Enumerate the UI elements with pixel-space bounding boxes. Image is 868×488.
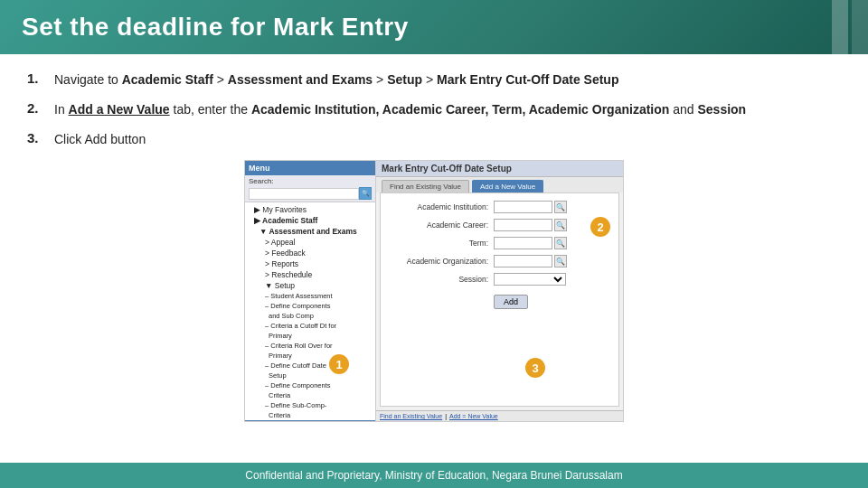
input-career[interactable] <box>494 219 552 231</box>
step-2-number: 2. <box>27 100 54 116</box>
bottom-tab-bar: Find an Existing Value | Add = New Value <box>376 410 623 421</box>
menu-item-appeal[interactable]: > Appeal <box>245 237 375 248</box>
input-wrap-career: 🔍 <box>494 219 567 231</box>
main-content: 1. Navigate to Academic Staff > Assessme… <box>0 54 868 431</box>
search-icon-institution[interactable]: 🔍 <box>554 201 567 213</box>
menu-tree: ▶ My Favorites ▶ Academic Staff ▼ Assess… <box>245 202 375 421</box>
select-session[interactable] <box>494 273 566 286</box>
menu-item-mark-entry[interactable]: – Mark Entry Cut-Off <box>245 420 375 421</box>
callout-2: 2 <box>590 217 610 237</box>
callout-3: 3 <box>525 358 545 378</box>
menu-item-sub-comp[interactable]: and Sub Comp <box>245 311 375 321</box>
menu-item-primary1[interactable]: Primary <box>245 331 375 341</box>
menu-item-criteria-roll[interactable]: – Criteria Roll Over for <box>245 341 375 351</box>
callout-1: 1 <box>329 354 349 374</box>
bottom-link-find[interactable]: Find an Existing Value <box>380 413 442 419</box>
page-title: Set the deadline for Mark Entry <box>22 13 409 42</box>
tab-add-new[interactable]: Add a New Value <box>472 180 543 192</box>
step-3-text: Click Add button <box>54 130 146 149</box>
step-1-row: 1. Navigate to Academic Staff > Assessme… <box>27 70 841 89</box>
menu-item-student-assessment[interactable]: – Student Assessment <box>245 291 375 301</box>
input-org[interactable] <box>494 255 552 267</box>
menu-sidebar: Menu Search: 🔍 ▶ My Favorites ▶ Academic… <box>245 161 376 421</box>
bottom-link-add[interactable]: Add = New Value <box>449 413 498 419</box>
footer-text: Confidential and Proprietary, Ministry o… <box>245 469 622 482</box>
label-institution: Academic Institution: <box>390 202 494 211</box>
menu-item-setup[interactable]: ▼ Setup <box>245 280 375 291</box>
panel-title: Mark Entry Cut-Off Date Setup <box>376 161 623 177</box>
search-icon-org[interactable]: 🔍 <box>554 255 567 267</box>
form-row-institution: Academic Institution: 🔍 <box>390 201 609 213</box>
menu-item-feedback[interactable]: > Feedback <box>245 248 375 258</box>
form-row-term: Term: 🔍 <box>390 237 609 249</box>
menu-item-reports[interactable]: > Reports <box>245 258 375 269</box>
menu-item-criteria2[interactable]: Criteria <box>245 410 375 420</box>
label-org: Academic Organization: <box>390 257 494 266</box>
menu-item-setup-sub[interactable]: Setup <box>245 371 375 380</box>
form-row-session: Session: <box>390 273 609 286</box>
step-2-text: In Add a New Value tab, enter the Academ… <box>54 100 746 119</box>
input-wrap-institution: 🔍 <box>494 201 567 213</box>
header-decoration <box>832 0 868 54</box>
menu-item-criteria-cutoff[interactable]: – Criteria a Cutoff Dt for <box>245 321 375 331</box>
footer: Confidential and Proprietary, Ministry o… <box>0 463 868 488</box>
page-header: Set the deadline for Mark Entry <box>0 0 868 54</box>
input-term[interactable] <box>494 237 552 249</box>
tab-bar: Find an Existing Value Add a New Value <box>376 177 623 192</box>
screenshot-container: Menu Search: 🔍 ▶ My Favorites ▶ Academic… <box>27 160 841 422</box>
main-panel: Mark Entry Cut-Off Date Setup Find an Ex… <box>376 161 623 421</box>
input-wrap-org: 🔍 <box>494 255 567 267</box>
menu-item-favorites[interactable]: ▶ My Favorites <box>245 204 375 215</box>
step-1-text: Navigate to Academic Staff > Assessment … <box>54 70 618 89</box>
menu-item-define-comp2[interactable]: – Define Components <box>245 380 375 390</box>
input-wrap-session <box>494 273 566 286</box>
menu-header-bar: Menu <box>245 161 375 175</box>
step-1-number: 1. <box>27 70 54 86</box>
menu-label: Menu <box>249 164 270 173</box>
input-wrap-term: 🔍 <box>494 237 567 249</box>
label-term: Term: <box>390 239 494 248</box>
search-icon-term[interactable]: 🔍 <box>554 237 567 249</box>
bottom-separator: | <box>445 413 447 419</box>
step-3-row: 3. Click Add button <box>27 130 841 149</box>
label-session: Session: <box>390 275 494 284</box>
menu-search-input[interactable] <box>249 188 359 200</box>
form-area: Academic Institution: 🔍 Academic Career:… <box>380 192 619 407</box>
tab-find-existing[interactable]: Find an Existing Value <box>382 180 469 192</box>
step-2-row: 2. In Add a New Value tab, enter the Aca… <box>27 100 841 119</box>
step-3-number: 3. <box>27 130 54 145</box>
search-icon-career[interactable]: 🔍 <box>554 219 567 231</box>
menu-item-define-comp[interactable]: – Define Components <box>245 301 375 311</box>
label-career: Academic Career: <box>390 221 494 230</box>
menu-item-criteria[interactable]: Criteria <box>245 390 375 400</box>
screenshot: Menu Search: 🔍 ▶ My Favorites ▶ Academic… <box>244 160 624 422</box>
menu-item-define-subcomp[interactable]: – Define Sub-Comp- <box>245 400 375 410</box>
menu-item-primary2[interactable]: Primary <box>245 351 375 361</box>
form-row-org: Academic Organization: 🔍 <box>390 255 609 267</box>
form-row-career: Academic Career: 🔍 <box>390 219 609 231</box>
menu-search-button[interactable]: 🔍 <box>359 187 372 200</box>
menu-item-reschedule[interactable]: > Reschedule <box>245 269 375 280</box>
menu-item-assessment[interactable]: ▼ Assessment and Exams <box>245 226 375 237</box>
input-institution[interactable] <box>494 201 552 213</box>
menu-item-define-cutoff[interactable]: – Define Cutoff Date <box>245 361 375 371</box>
menu-item-academic-staff[interactable]: ▶ Academic Staff <box>245 215 375 226</box>
add-button[interactable]: Add <box>494 295 528 309</box>
